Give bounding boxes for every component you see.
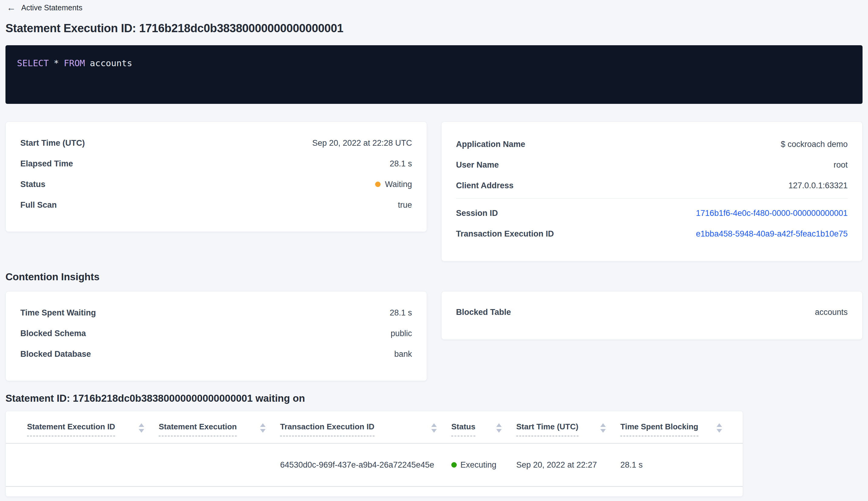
detail-value: bank [394,350,412,359]
detail-value: 28.1 s [390,308,412,318]
detail-value: 28.1 s [390,159,412,169]
detail-label: Full Scan [20,200,57,210]
detail-label: Time Spent Waiting [20,308,96,318]
detail-value: $ cockroach demo [781,140,848,149]
sort-asc-icon [600,423,606,427]
detail-row-start-time: Start Time (UTC) Sep 20, 2022 at 22:28 U… [20,133,412,153]
sort-icon[interactable] [139,422,144,433]
column-header-time-spent-blocking: Time Spent Blocking [620,422,722,436]
detail-label: Start Time (UTC) [20,138,85,148]
column-header-statement-execution: Statement Execution [159,422,280,436]
sql-star-token: * [54,58,59,68]
detail-label: Blocked Table [456,308,511,317]
session-details-card: Application Name $ cockroach demo User N… [441,121,863,262]
table-row: 64530d0c-969f-437e-a9b4-26a72245e45e Exe… [6,444,743,487]
waiting-on-heading: Statement ID: 1716b218dc0b38380000000000… [6,393,862,404]
detail-row-blocked-table: Blocked Table accounts [456,302,848,322]
detail-label: Status [20,180,45,189]
session-id-link[interactable]: 1716b1f6-4e0c-f480-0000-000000000001 [696,209,848,218]
page-title: Statement Execution ID: 1716b218dc0b3838… [6,22,862,35]
contention-waiting-card: Time Spent Waiting 28.1 s Blocked Schema… [6,291,427,381]
column-header-statement-execution-id: Statement Execution ID [27,422,159,436]
cell-transaction-execution-id: 64530d0c-969f-437e-a9b4-26a72245e45e [280,460,451,470]
detail-row-application-name: Application Name $ cockroach demo [456,134,848,154]
detail-row-client-address: Client Address 127.0.0.1:63321 [456,175,848,196]
detail-value: accounts [815,308,848,317]
detail-row-blocked-database: Blocked Database bank [20,344,412,364]
sort-desc-icon [139,429,144,433]
detail-row-full-scan: Full Scan true [20,195,412,215]
detail-label: Transaction Execution ID [456,229,554,239]
column-header-transaction-execution-id: Transaction Execution ID [280,422,451,436]
contention-insights-heading: Contention Insights [6,271,862,283]
execution-details-card: Start Time (UTC) Sep 20, 2022 at 22:28 U… [6,121,427,232]
sort-desc-icon [431,429,437,433]
sql-table-identifier: accounts [90,58,132,68]
contention-blocked-table-card: Blocked Table accounts [441,291,863,340]
sort-desc-icon [496,429,502,433]
table-header-row: Statement Execution ID Statement Executi… [6,411,743,444]
detail-row-session-id: Session ID 1716b1f6-4e0c-f480-0000-00000… [456,203,848,223]
summary-cards-row: Start Time (UTC) Sep 20, 2022 at 22:28 U… [6,121,862,262]
detail-row-status: Status Waiting [20,174,412,195]
sort-asc-icon [260,423,265,427]
detail-label: Application Name [456,140,525,149]
statement-execution-page: ← Active Statements Statement Execution … [0,0,868,501]
detail-label: User Name [456,160,499,170]
sort-asc-icon [139,423,144,427]
waiting-on-table-card: Statement Execution ID Statement Executi… [6,411,743,497]
detail-label: Session ID [456,209,498,218]
sort-icon[interactable] [431,422,437,433]
sql-statement-box: SELECT * FROM accounts [6,45,862,104]
sort-asc-icon [431,423,437,427]
column-header-label[interactable]: Statement Execution ID [27,422,115,436]
executing-status-dot-icon [451,462,457,468]
sort-asc-icon [496,423,502,427]
column-header-label[interactable]: Start Time (UTC) [516,422,578,436]
sort-desc-icon [260,429,265,433]
back-link-label: Active Statements [21,3,82,12]
detail-row-transaction-execution-id: Transaction Execution ID e1bba458-5948-4… [456,223,848,244]
detail-value: true [398,200,412,210]
card-divider [456,198,848,199]
sql-keyword-from: FROM [64,58,85,68]
sort-asc-icon [717,423,722,427]
sort-icon[interactable] [600,422,606,433]
detail-row-user-name: User Name root [456,154,848,175]
detail-label: Client Address [456,181,514,190]
cell-start-time: Sep 20, 2022 at 22:27 [516,460,620,470]
contention-cards-row: Time Spent Waiting 28.1 s Blocked Schema… [6,291,862,381]
detail-row-time-spent-waiting: Time Spent Waiting 28.1 s [20,302,412,323]
detail-label: Elapsed Time [20,159,73,169]
column-header-start-time: Start Time (UTC) [516,422,620,436]
status-badge: Waiting [375,180,412,189]
column-header-label[interactable]: Time Spent Blocking [620,422,698,436]
column-header-status: Status [451,422,516,436]
detail-row-elapsed-time: Elapsed Time 28.1 s [20,153,412,174]
status-text: Waiting [385,180,412,189]
sort-desc-icon [717,429,722,433]
detail-label: Blocked Schema [20,329,86,338]
sort-icon[interactable] [260,422,265,433]
detail-label: Blocked Database [20,350,91,359]
back-arrow-icon: ← [7,3,16,12]
sql-statement-line: SELECT * FROM accounts [17,58,851,68]
detail-value: Sep 20, 2022 at 22:28 UTC [312,138,412,148]
waiting-status-dot-icon [375,182,381,187]
column-header-label[interactable]: Status [451,422,475,436]
sort-desc-icon [600,429,606,433]
sort-icon[interactable] [496,422,502,433]
detail-value: public [391,329,412,338]
cell-status: Executing [451,460,516,470]
back-link[interactable]: ← Active Statements [6,2,84,13]
detail-row-blocked-schema: Blocked Schema public [20,323,412,344]
transaction-execution-id-link[interactable]: e1bba458-5948-40a9-a42f-5feac1b10e75 [696,229,848,239]
cell-time-spent-blocking: 28.1 s [620,460,722,470]
sort-icon[interactable] [717,422,722,433]
sql-keyword-select: SELECT [17,58,49,68]
detail-value: root [833,160,848,170]
status-text: Executing [460,460,497,470]
detail-value: 127.0.0.1:63321 [789,181,848,190]
column-header-label[interactable]: Transaction Execution ID [280,422,375,436]
column-header-label[interactable]: Statement Execution [159,422,237,436]
